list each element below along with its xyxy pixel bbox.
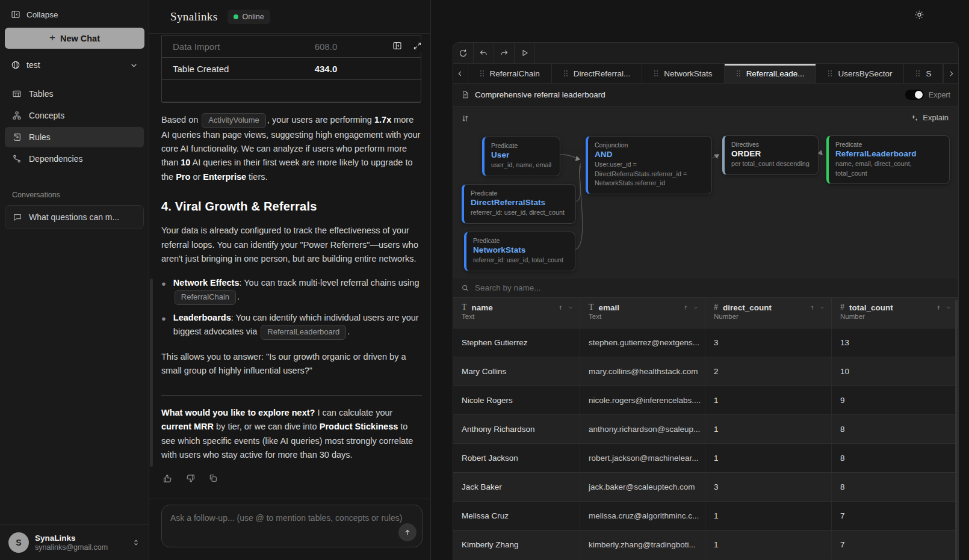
message-paragraph: This allows you to answer: "Is our growt… [161, 350, 422, 378]
thumbs-up-button[interactable] [161, 472, 174, 485]
cell-name: Melissa Cruz [453, 502, 580, 530]
rule-tab[interactable]: UsersBySector [816, 64, 904, 83]
expand-button[interactable] [412, 40, 423, 52]
graph-node[interactable]: Conjunction AND User.user_id = DirectRef… [586, 136, 712, 194]
sidebar-item-dependencies[interactable]: Dependencies [5, 149, 144, 169]
chevron-right-icon [947, 70, 955, 78]
table-row[interactable]: Stephen Gutierrez stephen.gutierrez@next… [453, 328, 958, 357]
rule-tab[interactable]: DirectReferral... [552, 64, 643, 83]
conversation-item[interactable]: What questions can m... [5, 205, 144, 229]
cell-total-count: 13 [832, 328, 958, 357]
plus-icon: + [49, 32, 55, 44]
table-row[interactable]: Kimberly Zhang kimberly.zhang@tradingbot… [453, 531, 958, 559]
column-name: email [599, 303, 678, 312]
node-detail: User.user_id = DirectReferralStats.refer… [595, 160, 707, 188]
sort-asc-icon[interactable] [935, 304, 942, 311]
thumbs-down-button[interactable] [184, 472, 197, 485]
arrow-up-icon [403, 528, 412, 537]
table-row[interactable]: Anthony Richardson anthony.richardson@sc… [453, 415, 958, 444]
tabs-scroll-right-button[interactable] [943, 64, 958, 83]
collapse-output-button[interactable] [391, 40, 403, 52]
user-menu[interactable]: S SynaLinks synalinks@gmail.com [0, 525, 149, 560]
column-header[interactable]: T name Text [453, 298, 580, 328]
cell-direct-count: 3 [705, 473, 832, 501]
sort-asc-icon[interactable] [809, 304, 816, 311]
rule-graph[interactable]: Explain [453, 106, 958, 278]
toggle-switch[interactable] [905, 90, 924, 100]
table-row[interactable]: Jack Baker jack.baker@scaleuptech.com 3 … [453, 473, 958, 502]
bullet-marker: ● [161, 311, 166, 340]
cell-direct-count: 2 [705, 357, 832, 386]
theme-toggle-button[interactable] [914, 10, 924, 20]
graph-node[interactable]: Predicate ReferralLeaderboard name, emai… [826, 135, 950, 184]
table-row[interactable]: Mary Collins mary.collins@healthstack.co… [453, 357, 958, 386]
cell-total-count: 8 [832, 415, 958, 443]
rule-tab[interactable]: NetworkStats [642, 64, 724, 83]
sidebar-item-rules[interactable]: Rules [5, 127, 144, 147]
refresh-button[interactable] [453, 43, 474, 63]
send-button[interactable] [398, 523, 416, 541]
message-paragraph: Based on ActivityVolume, your users are … [161, 113, 422, 184]
column-type-icon: T [589, 303, 594, 312]
chat-scrollbar-thumb[interactable] [150, 278, 153, 467]
cell-direct-count: 3 [705, 328, 832, 357]
cell-name: Jack Baker [453, 473, 580, 501]
graph-node[interactable]: Predicate NetworkStats referrer_id: user… [464, 232, 575, 271]
rule-tab[interactable]: ReferralChain [468, 64, 552, 83]
new-chat-button[interactable]: + New Chat [5, 28, 144, 49]
undo-button[interactable] [474, 43, 494, 63]
chat-header: Synalinks Online [149, 0, 430, 34]
expert-toggle[interactable]: Expert [905, 90, 950, 100]
refresh-icon [459, 49, 468, 58]
cell-email: stephen.gutierrez@nextgens... [580, 328, 705, 357]
sidebar-item-concepts[interactable]: Concepts [5, 105, 144, 126]
rule-tab[interactable]: ReferralLeade... [725, 64, 817, 83]
thumbs-up-icon [163, 473, 173, 484]
graph-node[interactable]: Predicate DirectReferralStats referrer_i… [462, 184, 576, 224]
copy-button[interactable] [207, 472, 219, 485]
sort-desc-icon[interactable] [819, 304, 825, 310]
sort-controls [809, 304, 825, 311]
sort-desc-icon[interactable] [568, 304, 574, 310]
rule-tab-label: ReferralChain [490, 69, 540, 78]
column-header[interactable]: # total_count Number [832, 298, 958, 328]
node-title: DirectReferralStats [471, 198, 571, 207]
sort-asc-icon[interactable] [683, 304, 689, 311]
tabs-scroll-left-button[interactable] [453, 64, 468, 83]
table-row[interactable]: Robert Jackson robert.jackson@machinelea… [453, 444, 958, 473]
redo-button[interactable] [494, 43, 515, 63]
rule-tab[interactable]: S [904, 64, 943, 83]
cell-name: Stephen Gutierrez [453, 328, 580, 357]
sort-desc-icon[interactable] [946, 304, 952, 310]
project-selector[interactable]: test [5, 56, 144, 74]
column-name: total_count [849, 303, 930, 312]
node-title: NetworkStats [473, 245, 570, 254]
collapse-button[interactable]: Collapse [5, 7, 58, 22]
cell-email: melissa.cruz@algorithminc.c... [580, 502, 705, 530]
sidebar-item-label: Dependencies [29, 154, 83, 164]
brain-icon [11, 60, 20, 70]
sidebar-item-tables[interactable]: Tables [5, 84, 144, 104]
table-row[interactable]: Melissa Cruz melissa.cruz@algorithminc.c… [453, 502, 958, 531]
table-row[interactable]: Nicole Rogers nicole.rogers@inferencelab… [453, 386, 958, 415]
cell-direct-count: 1 [705, 502, 832, 530]
table-search-input[interactable]: Search by name... [453, 278, 958, 298]
run-button[interactable] [515, 43, 535, 63]
status-badge: Online [228, 10, 270, 24]
graph-node[interactable]: Predicate User user_id, name, email [482, 137, 560, 176]
graph-node[interactable]: Directives ORDER per total_count descend… [722, 135, 819, 175]
branch-icon [12, 154, 22, 164]
panel-left-icon [392, 41, 402, 51]
drag-handle-icon [480, 70, 484, 77]
cell-email: nicole.rogers@inferencelabs.... [580, 386, 705, 414]
followup-input[interactable]: Ask a follow-up... (use @ to mention tab… [161, 505, 423, 547]
rule-title-row: Comprehensive referral leaderboard Exper… [453, 84, 958, 106]
inspector-scrollbar-thumb[interactable] [955, 300, 958, 560]
redo-icon [500, 49, 509, 58]
column-header[interactable]: # direct_count Number [705, 298, 832, 328]
sort-asc-icon[interactable] [557, 304, 564, 311]
column-header[interactable]: T email Text [580, 298, 705, 328]
sort-desc-icon[interactable] [693, 304, 699, 310]
bullet-item: ● Network Effects: You can track multi-l… [161, 276, 422, 305]
online-dot [234, 14, 238, 19]
